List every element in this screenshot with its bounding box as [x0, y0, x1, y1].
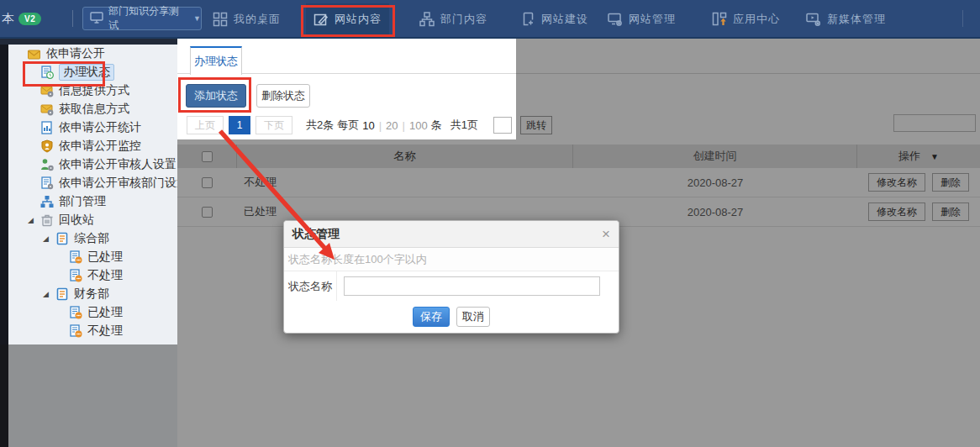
expand-arrow-icon[interactable]: ◢: [43, 234, 49, 243]
tree-item-label: 依申请公开: [46, 46, 105, 61]
doc-chat-icon: [69, 269, 82, 282]
dept-content-icon: [419, 12, 435, 27]
chevron-down-icon: ▼: [193, 14, 201, 23]
tree-item-8[interactable]: 部门管理: [8, 192, 177, 211]
expand-arrow-icon[interactable]: ◢: [43, 290, 49, 298]
nav-item-0[interactable]: 我的桌面: [205, 3, 288, 35]
tree-item-6[interactable]: 依申请公开审核人设置: [8, 155, 177, 174]
tree-item-label: 综合部: [74, 231, 109, 246]
page-count-text: 共1页: [450, 118, 478, 133]
site-switcher-dropdown[interactable]: 部门知识分享测试 ▼: [82, 7, 202, 30]
mail-open-icon: [27, 47, 41, 60]
nav-item-4[interactable]: 网站管理: [600, 3, 683, 35]
version-text: 本: [2, 11, 14, 27]
person-gear-icon: [40, 158, 54, 171]
tree-item-label: 回收站: [59, 213, 94, 228]
site-switcher-label: 部门知识分享测试: [108, 4, 188, 33]
doc-gear-icon: [40, 176, 54, 190]
new-media-icon: [806, 12, 821, 27]
mail-gear-icon: [40, 84, 54, 97]
save-button[interactable]: 保存: [413, 307, 450, 327]
tree-item-label: 依申请公开审核部门设置: [59, 176, 188, 191]
desktop-grid-icon: [213, 12, 228, 27]
next-page-button[interactable]: 下页: [256, 116, 292, 134]
cancel-button[interactable]: 取消: [456, 307, 490, 327]
tree-item-7[interactable]: 依申请公开审核部门设置: [8, 174, 177, 192]
nav-item-label: 网站建设: [541, 12, 588, 27]
tree-item-label: 依申请公开审核人设置: [59, 157, 177, 172]
doc-lines-icon: [55, 287, 69, 301]
page-size-option-100[interactable]: 100: [409, 119, 428, 132]
tree-item-label: 依申请公开监控: [59, 139, 141, 154]
doc-lines-icon: [55, 232, 69, 245]
current-page-button[interactable]: 1: [229, 116, 250, 134]
tree-item-label: 已处理: [87, 305, 123, 320]
tree-item-2[interactable]: 信息提供方式: [8, 82, 177, 100]
tree-item-9[interactable]: ◢回收站: [8, 211, 177, 229]
site-content-icon: [313, 12, 329, 27]
pagination-bar: 上页 1 下页 共2条 每页 10|20|100 条 共1页 跳转: [187, 116, 552, 134]
org-chart-icon: [40, 195, 54, 208]
tree-item-12[interactable]: 不处理: [8, 266, 177, 285]
dialog-footer: 保存 取消: [284, 301, 619, 333]
tree-item-label: 部门管理: [59, 194, 106, 209]
status-name-label: 状态名称: [284, 271, 337, 301]
modal-dim-overlay-sidebar: [0, 344, 177, 447]
size-separator: |: [379, 119, 382, 132]
tree-item-4[interactable]: 依申请公开统计: [8, 118, 177, 137]
topbar-divider: [72, 10, 73, 27]
nav-item-6[interactable]: 新媒体管理: [798, 3, 893, 35]
page-size-option-10[interactable]: 10: [362, 119, 374, 132]
tree-item-13[interactable]: ◢财务部: [8, 285, 177, 303]
status-name-input[interactable]: [344, 276, 600, 296]
tree-item-label: 依申请公开统计: [59, 120, 141, 135]
dialog-title: 状态管理: [292, 227, 340, 242]
app-center-icon: [712, 12, 727, 27]
site-manage-icon: [608, 12, 623, 27]
add-status-button[interactable]: 添加状态: [186, 84, 246, 108]
tree-item-label: 办理状态: [59, 64, 114, 81]
tree-item-3[interactable]: 获取信息方式: [8, 100, 177, 118]
doc-chart-icon: [40, 121, 54, 134]
shield-icon: [40, 139, 54, 153]
nav-item-2[interactable]: 部门内容: [412, 3, 495, 35]
version-badge: V2: [18, 13, 41, 25]
tree-item-0[interactable]: 依申请公开: [8, 45, 177, 63]
dialog-hint-text: 状态名称长度在100个字以内: [284, 248, 619, 271]
nav-item-label: 新媒体管理: [827, 12, 886, 27]
prev-page-button[interactable]: 上页: [187, 116, 224, 134]
monitor-icon: [90, 12, 103, 26]
tree-item-14[interactable]: 已处理: [8, 303, 177, 322]
nav-item-label: 应用中心: [733, 12, 780, 27]
doc-clock-icon: [40, 66, 54, 79]
nav-item-label: 网站管理: [629, 12, 676, 27]
tree-item-15[interactable]: 不处理: [8, 322, 177, 340]
trash-icon: [40, 213, 54, 227]
nav-item-label: 网站内容: [335, 12, 382, 27]
nav-item-5[interactable]: 应用中心: [704, 3, 788, 35]
tree-item-11[interactable]: 已处理: [8, 248, 177, 266]
expand-arrow-icon[interactable]: ◢: [28, 216, 34, 224]
page-size-option-20[interactable]: 20: [386, 119, 398, 132]
tree-item-label: 不处理: [87, 268, 123, 283]
close-icon[interactable]: ×: [602, 227, 610, 241]
tree-item-5[interactable]: 依申请公开监控: [8, 137, 177, 155]
topbar-divider-right: [962, 10, 963, 27]
delete-status-button[interactable]: 删除状态: [256, 84, 310, 108]
doc-chat-icon: [69, 306, 82, 319]
tree-item-label: 已处理: [87, 250, 123, 265]
nav-item-1[interactable]: 网站内容: [306, 3, 389, 35]
dialog-form-row: 状态名称: [284, 271, 619, 301]
nav-item-label: 我的桌面: [234, 12, 281, 27]
jump-page-input[interactable]: [493, 117, 512, 134]
tree-item-label: 信息提供方式: [59, 83, 129, 98]
status-manage-dialog: 状态管理 × 状态名称长度在100个字以内 状态名称 保存 取消: [283, 220, 619, 334]
tree-item-label: 不处理: [87, 323, 123, 339]
tree-item-1[interactable]: 办理状态: [8, 63, 177, 82]
tab-status[interactable]: 办理状态: [190, 46, 242, 75]
tree-item-10[interactable]: ◢综合部: [8, 229, 177, 248]
nav-item-3[interactable]: 网站建设: [513, 3, 596, 35]
nav-item-label: 部门内容: [440, 12, 487, 27]
tree-item-label: 财务部: [74, 287, 109, 302]
tree-item-label: 获取信息方式: [59, 102, 129, 117]
